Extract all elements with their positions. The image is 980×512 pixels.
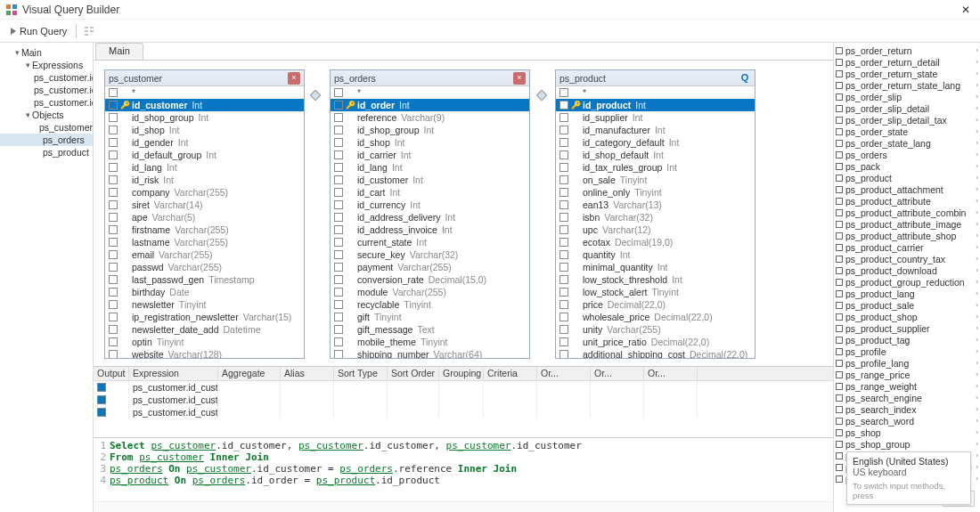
grid-cell[interactable]: ps_customer.id_cust (129, 381, 218, 394)
schema-tree-item[interactable]: ps_product_attribute› (834, 195, 980, 207)
window-close-button[interactable]: ✕ (957, 4, 975, 16)
grid-cell[interactable] (537, 394, 591, 406)
schema-tree-item[interactable]: ps_product_carrier› (834, 241, 980, 253)
expand-icon[interactable] (836, 256, 843, 263)
schema-tree-item[interactable]: ps_search_engine› (834, 392, 980, 403)
schema-tree-item[interactable]: ps_product_download› (834, 264, 980, 276)
field-checkbox[interactable] (334, 337, 343, 346)
expand-icon[interactable] (836, 244, 843, 251)
sql-line[interactable]: 2From ps_customer Inner Join (97, 451, 829, 463)
field-row[interactable]: id_cartInt (331, 186, 529, 199)
field-row[interactable]: id_currencyInt (331, 199, 529, 211)
grid-cell[interactable] (644, 406, 698, 419)
field-checkbox[interactable] (334, 288, 343, 297)
grid-cell[interactable] (281, 394, 334, 406)
field-checkbox[interactable] (559, 200, 568, 209)
expand-icon[interactable] (836, 360, 843, 367)
field-checkbox[interactable] (109, 325, 118, 334)
field-row[interactable]: birthdayDate (105, 286, 304, 298)
field-checkbox[interactable] (559, 138, 568, 147)
expand-icon[interactable] (836, 348, 843, 355)
field-star[interactable]: * (105, 86, 304, 99)
schema-tree-item[interactable]: ps_order_state› (834, 126, 980, 137)
grid-cell[interactable] (218, 406, 281, 419)
field-row[interactable]: moduleVarchar(255) (331, 286, 529, 298)
schema-tree-item[interactable]: ps_product› (834, 172, 980, 183)
schema-tree-item[interactable]: ps_orders› (834, 149, 980, 160)
field-checkbox[interactable] (334, 225, 343, 234)
field-row[interactable]: quantityInt (556, 248, 755, 261)
grid-col-header[interactable]: Expression (129, 367, 218, 380)
grid-cell[interactable] (334, 381, 388, 394)
expand-icon[interactable] (836, 464, 843, 471)
schema-tree-item[interactable]: ps_product_supplier› (834, 322, 980, 334)
tree-object-item[interactable]: ps_customer (0, 121, 93, 134)
schema-tree-item[interactable]: ps_order_return_state_lang› (834, 79, 980, 91)
grid-col-header[interactable]: Alias (281, 367, 334, 380)
tree-object-item[interactable]: ps_orders (0, 134, 93, 146)
field-row[interactable]: conversion_rateDecimal(15,0) (331, 273, 529, 286)
field-row[interactable]: websiteVarchar(128) (105, 348, 304, 358)
field-row[interactable]: additional_shipping_costDecimal(22,0) (556, 348, 755, 358)
field-checkbox[interactable] (109, 350, 118, 358)
expand-icon[interactable] (836, 418, 843, 425)
close-icon[interactable]: × (288, 72, 300, 85)
field-checkbox[interactable] (334, 313, 343, 321)
grid-cell[interactable] (644, 394, 698, 406)
schema-tree-item[interactable]: ps_order_slip› (834, 91, 980, 102)
output-checkbox[interactable] (97, 395, 106, 404)
expand-icon[interactable] (836, 429, 843, 436)
field-checkbox[interactable] (559, 250, 568, 259)
field-row[interactable]: id_shopInt (331, 136, 529, 149)
field-checkbox[interactable] (559, 313, 568, 321)
sql-preview[interactable]: 1Select ps_customer.id_customer, ps_cust… (94, 437, 833, 501)
table-field-list[interactable]: *🔑id_productIntid_supplierIntid_manufact… (556, 86, 755, 358)
grid-cell[interactable] (591, 394, 644, 406)
field-checkbox[interactable] (109, 213, 118, 222)
field-row[interactable]: id_riskInt (105, 174, 304, 186)
field-row[interactable]: mobile_themeTinyint (331, 336, 529, 348)
field-checkbox[interactable] (109, 288, 118, 297)
field-row[interactable]: id_address_invoiceInt (331, 223, 529, 236)
tree-expression-item[interactable]: ps_customer.id_ (0, 84, 93, 96)
grid-cell[interactable] (591, 381, 644, 394)
grid-cell[interactable] (388, 381, 439, 394)
field-checkbox[interactable] (559, 150, 568, 159)
grid-body[interactable]: ps_customer.id_custps_customer.id_custps… (94, 381, 833, 437)
field-checkbox[interactable] (109, 263, 118, 272)
output-grid[interactable]: OutputExpressionAggregateAliasSort TypeS… (94, 366, 833, 437)
field-checkbox[interactable] (559, 263, 568, 272)
field-row[interactable]: giftTinyint (331, 311, 529, 323)
field-row[interactable]: 🔑id_productInt (556, 99, 755, 111)
field-row[interactable]: id_shop_groupInt (105, 111, 304, 124)
expand-icon[interactable] (836, 175, 843, 182)
grid-cell[interactable]: ps_customer.id_cust (129, 394, 218, 406)
grid-cell[interactable] (94, 381, 129, 394)
field-checkbox[interactable] (109, 225, 118, 234)
expand-icon[interactable] (836, 186, 843, 193)
field-checkbox[interactable] (109, 300, 118, 309)
expand-icon[interactable] (836, 313, 843, 321)
output-checkbox[interactable] (97, 408, 106, 417)
field-row[interactable]: lastnameVarchar(255) (105, 236, 304, 248)
expand-icon[interactable] (836, 290, 843, 297)
field-row[interactable]: id_genderInt (105, 136, 304, 149)
table-ps_product[interactable]: ps_productQ*🔑id_productIntid_supplierInt… (555, 69, 755, 359)
left-tree[interactable]: ▾Main ▾Expressions ps_customer.id_ps_cus… (0, 43, 94, 512)
field-checkbox[interactable] (109, 337, 118, 346)
expand-icon[interactable] (836, 70, 843, 77)
field-row[interactable]: optinTinyint (105, 336, 304, 348)
field-row[interactable]: isbnVarchar(32) (556, 211, 755, 223)
schema-tree-item[interactable]: ps_order_state_lang› (834, 137, 980, 149)
table-field-list[interactable]: *🔑id_customerIntid_shop_groupIntid_shopI… (105, 86, 304, 358)
expand-icon[interactable] (836, 452, 843, 459)
field-row[interactable]: 🔑id_orderInt (331, 99, 529, 111)
right-schema-tree[interactable]: ps_order_return›ps_order_return_detail›p… (833, 43, 980, 512)
join-diamond[interactable] (304, 89, 327, 102)
grid-cell[interactable] (484, 406, 537, 419)
sql-line[interactable]: 1Select ps_customer.id_customer, ps_cust… (97, 440, 829, 451)
expand-icon[interactable] (836, 163, 843, 170)
grid-col-header[interactable]: Or... (591, 367, 644, 380)
schema-tree-item[interactable]: ps_range_price› (834, 369, 980, 380)
schema-tree-item[interactable]: ps_order_slip_detail_tax› (834, 114, 980, 126)
